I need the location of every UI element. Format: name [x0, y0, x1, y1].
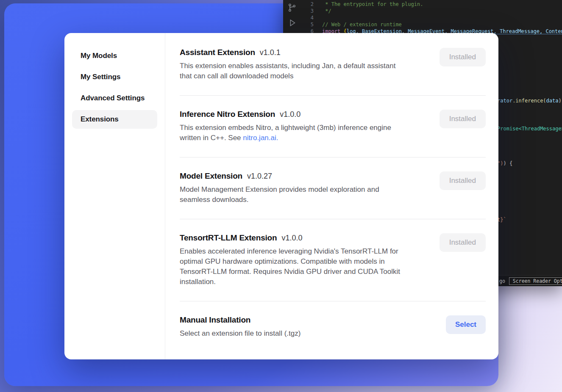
- code-fragment: Promise<ThreadMessage>: [497, 125, 562, 132]
- extension-version: v1.0.0: [281, 234, 302, 243]
- screen-reader-chip[interactable]: Screen Reader Optimized: [509, 277, 562, 285]
- extension-version: v1.0.1: [260, 48, 281, 57]
- installed-button[interactable]: Installed: [440, 171, 486, 190]
- line-number: 5: [301, 21, 314, 28]
- extension-description: Enables accelerated inference leveraging…: [180, 246, 400, 287]
- sidebar-item-label: My Models: [81, 52, 117, 60]
- installed-button[interactable]: Installed: [440, 48, 486, 66]
- sidebar-item-my-settings[interactable]: My Settings: [72, 68, 157, 86]
- line-number: 3: [301, 8, 314, 14]
- statusbar-text: go: [499, 278, 505, 284]
- extension-description: Model Management Extension provides mode…: [180, 185, 379, 205]
- code-text: */: [322, 8, 331, 14]
- extension-version: v1.0.0: [280, 110, 300, 119]
- code-text: * The entrypoint for the plugin.: [322, 1, 423, 8]
- desktop: 2 * The entrypoint for the plugin. 3 */ …: [0, 0, 562, 392]
- extension-name: TensortRT-LLM Extension: [180, 233, 277, 243]
- extension-name: Assistant Extension: [180, 48, 255, 57]
- code-line: 5 // Web / extension runtime: [301, 21, 562, 28]
- extension-row-nitro: Inference Nitro Extension v1.0.0 This ex…: [180, 96, 486, 157]
- extension-description: This extension embeds Nitro, a lightweig…: [180, 123, 391, 143]
- code-line: 2 * The entrypoint for the plugin.: [301, 1, 562, 8]
- code-text: // Web / extension runtime: [322, 21, 402, 28]
- extension-name: Model Extension: [180, 171, 242, 181]
- code-fragment: ")) {: [497, 160, 512, 167]
- code-fragment: t}`: [497, 216, 506, 223]
- nitro-link[interactable]: nitro.jan.ai.: [243, 134, 278, 142]
- line-number: 2: [301, 1, 314, 8]
- extensions-panel: Assistant Extension v1.0.1 This extensio…: [165, 33, 498, 359]
- code-line: 3 */: [301, 8, 562, 14]
- code-fragment: rator.inference(data));: [497, 97, 562, 104]
- sidebar-item-label: My Settings: [81, 73, 120, 81]
- installed-button[interactable]: Installed: [440, 233, 486, 252]
- extension-description: Select an extension file to install (.tg…: [180, 329, 300, 339]
- code-line: 4: [301, 14, 562, 21]
- extension-name: Inference Nitro Extension: [180, 110, 275, 119]
- sidebar-item-label: Extensions: [81, 115, 119, 124]
- sidebar-item-advanced-settings[interactable]: Advanced Settings: [72, 89, 157, 108]
- extension-row-manual-install: Manual Installation Select an extension …: [180, 301, 486, 353]
- select-button[interactable]: Select: [446, 315, 486, 334]
- settings-modal: My Models My Settings Advanced Settings …: [64, 33, 498, 359]
- sidebar-item-my-models[interactable]: My Models: [72, 47, 157, 65]
- source-control-icon[interactable]: [283, 0, 301, 15]
- extension-row-tensorrt: TensortRT-LLM Extension v1.0.0 Enables a…: [180, 219, 486, 301]
- run-debug-icon[interactable]: [283, 15, 301, 30]
- line-number: 4: [301, 14, 314, 21]
- settings-sidebar: My Models My Settings Advanced Settings …: [64, 33, 165, 359]
- sidebar-item-extensions[interactable]: Extensions: [72, 110, 157, 129]
- extension-row-model: Model Extension v1.0.27 Model Management…: [180, 157, 486, 219]
- extension-description: This extension enables assistants, inclu…: [180, 61, 395, 81]
- extension-row-assistant: Assistant Extension v1.0.1 This extensio…: [180, 34, 486, 96]
- sidebar-item-label: Advanced Settings: [81, 94, 145, 102]
- editor-code-area: 2 * The entrypoint for the plugin. 3 */ …: [301, 1, 562, 35]
- extension-version: v1.0.27: [247, 172, 272, 181]
- extension-name: Manual Installation: [180, 315, 250, 325]
- installed-button[interactable]: Installed: [440, 110, 486, 128]
